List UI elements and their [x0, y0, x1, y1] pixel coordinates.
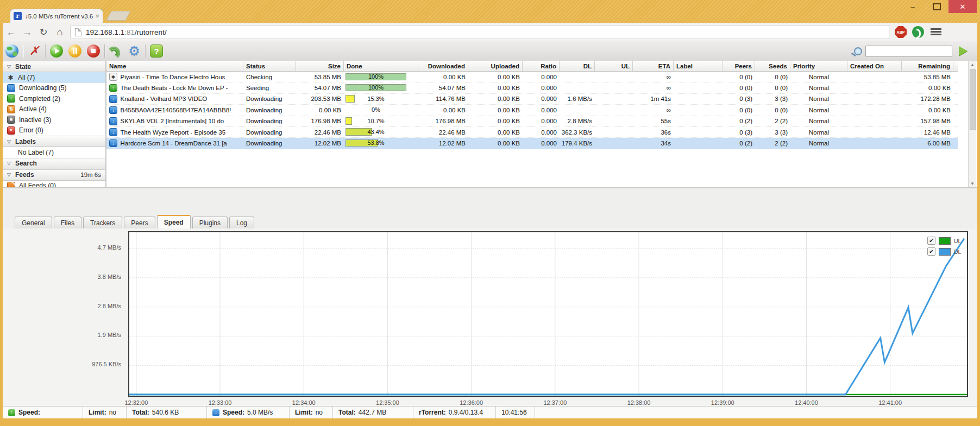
column-header-peers[interactable]: Peers	[723, 61, 755, 71]
ratio-cell: 0.000	[523, 82, 560, 93]
torrent-name-cell: ↓The Health Wyze Report - Episode 35	[106, 127, 243, 137]
done-cell: 0%	[344, 105, 418, 115]
column-header-created-on[interactable]: Created On	[847, 61, 902, 71]
peers-cell: 0 (3)	[723, 94, 755, 104]
column-header-downloaded[interactable]: Downloaded	[418, 61, 468, 71]
page-icon[interactable]	[75, 28, 81, 36]
table-header: NameStatusSizeDoneDownloadedUploadedRati…	[106, 61, 958, 72]
home-icon[interactable]: ⌂	[52, 27, 68, 38]
column-header-remaining[interactable]: Remaining	[902, 61, 953, 71]
column-header-seeds[interactable]: Seeds	[755, 61, 790, 71]
adblock-extension-icon[interactable]: ABP	[895, 26, 907, 38]
green-extension-icon[interactable]	[912, 26, 924, 38]
settings-button[interactable]: ⚙	[125, 43, 143, 59]
table-row[interactable]: ✱Piyasiri - Time To Dance Electro HousCh…	[106, 72, 958, 82]
column-header-ratio[interactable]: Ratio	[523, 61, 560, 71]
go-arrow-icon[interactable]	[959, 46, 968, 56]
sidebar-item-inactive-3[interactable]: ■Inactive (3)	[3, 115, 105, 125]
close-button[interactable]: ✕	[948, 0, 977, 13]
status-segment: ↑Speed:	[3, 406, 83, 418]
tab-peers[interactable]: Peers	[124, 217, 155, 228]
tab-general[interactable]: General	[15, 217, 52, 228]
column-header-status[interactable]: Status	[243, 61, 296, 71]
table-row[interactable]: ↓The Health Wyze Report - Episode 35Down…	[106, 127, 958, 138]
peers-cell: 0 (0)	[723, 82, 755, 93]
ul-speed-cell	[595, 105, 633, 115]
status-value: 10:41:56	[501, 409, 527, 416]
pause-torrent-button[interactable]	[66, 43, 84, 59]
sidebar-item-completed-2[interactable]: ↑Completed (2)	[3, 93, 105, 104]
splitter[interactable]	[3, 187, 977, 217]
browser-tab[interactable]: r ↓5.0 MB/s ruTorrent v3.6 ( ×	[10, 9, 103, 23]
column-header-name[interactable]: Name	[106, 61, 243, 71]
new-tab-button[interactable]	[106, 11, 131, 21]
tab-plugins[interactable]: Plugins	[192, 217, 228, 228]
status-value: 540.6 KB	[152, 409, 179, 416]
throttle-button[interactable]	[106, 43, 125, 59]
sidebar-section-search[interactable]: ▽Search	[3, 158, 105, 169]
table-row[interactable]: ↓Hardcore Scm 14 - DreamDance 31 [aDownl…	[106, 138, 958, 149]
torrent-name-cell: ↓SKYLAB VOL 2 [Instrumentals] 10 do	[106, 116, 243, 126]
tab-files[interactable]: Files	[54, 217, 81, 228]
tab-log[interactable]: Log	[229, 217, 254, 228]
legend-checkbox-ul[interactable]: ✔	[927, 237, 935, 245]
maximize-button[interactable]	[925, 0, 948, 13]
column-header-ul[interactable]: UL	[595, 61, 633, 71]
sidebar-item-all-feeds-0[interactable]: All Feeds (0)	[3, 181, 105, 188]
priority-cell: Normal	[790, 138, 847, 148]
eta-cell: ∞	[633, 72, 674, 82]
browser-menu-icon[interactable]	[931, 28, 941, 36]
asterisk-icon: ✱	[7, 74, 14, 81]
forward-icon[interactable]: →	[19, 27, 35, 38]
start-torrent-button[interactable]	[47, 43, 66, 59]
legend-checkbox-dl[interactable]: ✔	[927, 247, 935, 256]
search-input[interactable]	[865, 46, 952, 57]
scroll-down-icon[interactable]: ▼	[969, 180, 976, 187]
table-row[interactable]: ↓Knalland - Volhard MP3 VIDEODownloading…	[106, 94, 958, 105]
stop-torrent-button[interactable]	[84, 43, 103, 59]
column-header-size[interactable]: Size	[296, 61, 344, 71]
speed-panel: ✔UL✔DL 4.7 MB/s3.8 MB/s2.8 MB/s1.9 MB/s9…	[3, 228, 977, 406]
column-header-dl[interactable]: DL	[560, 61, 595, 71]
sidebar-section-state[interactable]: ▽State	[3, 61, 105, 72]
sidebar-item-all-7[interactable]: ✱All (7)	[3, 72, 105, 83]
remove-torrent-button[interactable]: ✗	[25, 43, 43, 59]
sidebar-item-active-4[interactable]: ⇅Active (4)	[3, 104, 105, 115]
table-row[interactable]: ↑The Death Beats - Lock Me Down EP -Seed…	[106, 82, 958, 93]
back-icon[interactable]: ←	[3, 27, 19, 38]
checking-status-icon: ✱	[109, 73, 117, 81]
add-torrent-button[interactable]	[3, 43, 21, 59]
scroll-up-icon[interactable]: ▲	[969, 61, 976, 68]
column-header-done[interactable]: Done	[344, 61, 418, 71]
help-button[interactable]: ?	[147, 43, 166, 59]
torrent-name: Knalland - Volhard MP3 VIDEO	[121, 96, 208, 102]
sidebar-section-feeds[interactable]: ▽Feeds19m 6s	[3, 169, 105, 181]
table-row[interactable]: ↓B455BA0A42E140568B47EA14ABBB8!Downloadi…	[106, 105, 958, 116]
column-header-label[interactable]: Label	[674, 61, 723, 71]
scrollbar-thumb[interactable]	[970, 69, 976, 130]
column-header-uploaded[interactable]: Uploaded	[468, 61, 523, 71]
column-header-eta[interactable]: ETA	[633, 61, 674, 71]
created-on-cell	[847, 82, 902, 93]
status-label: Limit:	[295, 409, 313, 416]
upload-arrow-icon: ↑	[8, 409, 15, 416]
speed-chart: ✔UL✔DL	[128, 231, 968, 397]
ul-speed-cell	[595, 72, 633, 82]
progress-label: 0%	[345, 105, 406, 115]
sidebar-item-error-0[interactable]: ✕Error (0)	[3, 125, 105, 136]
sidebar-item-downloading-5[interactable]: ↓Downloading (5)	[3, 83, 105, 94]
reload-icon[interactable]: ↻	[35, 26, 52, 38]
table-row[interactable]: ↓SKYLAB VOL 2 [Instrumentals] 10 doDownl…	[106, 116, 958, 127]
table-scrollbar[interactable]: ▲ ▼	[968, 61, 976, 187]
tab-trackers[interactable]: Trackers	[83, 217, 122, 228]
tab-speed[interactable]: Speed	[157, 215, 191, 228]
tab-close-icon[interactable]: ×	[95, 12, 99, 20]
minimize-button[interactable]: –	[901, 0, 925, 13]
column-header-priority[interactable]: Priority	[790, 61, 847, 71]
sidebar-section-labels[interactable]: ▽Labels	[3, 136, 105, 147]
sidebar-item-no-label-7[interactable]: No Label (7)	[3, 147, 105, 158]
done-cell: 100%	[344, 82, 418, 93]
rutorrent-favicon-icon: r	[14, 12, 22, 20]
dl-speed-cell	[560, 105, 595, 115]
address-bar[interactable]: 192.168.1.1:81/rutorrent/	[70, 25, 889, 39]
